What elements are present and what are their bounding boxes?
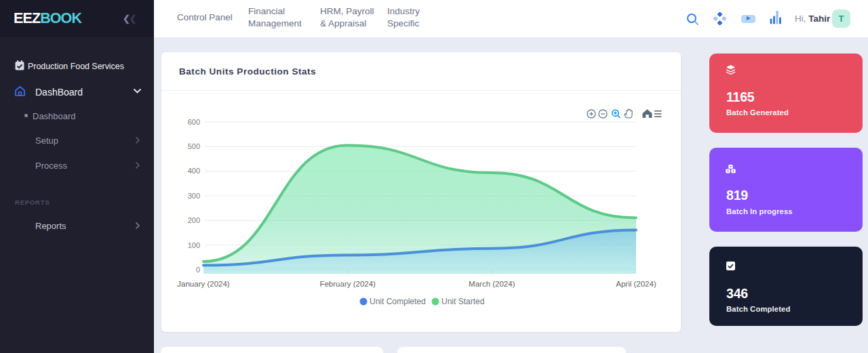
svg-text:400: 400 (188, 167, 200, 175)
svg-text:200: 200 (188, 216, 200, 224)
svg-text:February (2024): February (2024) (319, 280, 376, 288)
svg-text:January (2024): January (2024) (177, 280, 230, 288)
svg-text:0: 0 (196, 266, 200, 274)
svg-text:April (2024): April (2024) (616, 280, 656, 288)
svg-text:100: 100 (188, 241, 200, 249)
svg-text:March (2024): March (2024) (469, 280, 515, 288)
svg-text:500: 500 (188, 142, 200, 150)
svg-text:600: 600 (188, 118, 200, 126)
svg-text:300: 300 (188, 192, 200, 200)
svg-text:Unit Completed: Unit Completed (370, 297, 426, 306)
svg-text:Unit Started: Unit Started (441, 297, 484, 306)
